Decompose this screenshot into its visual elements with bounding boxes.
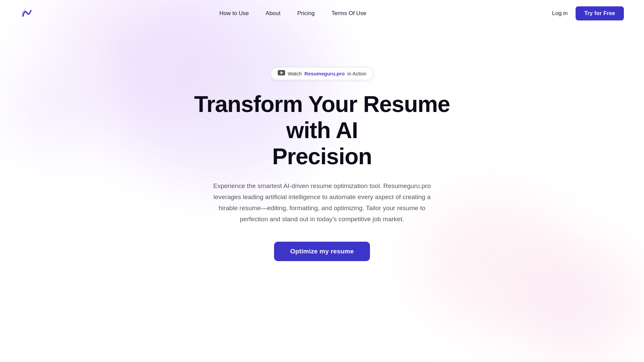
bg-blob-4 — [510, 245, 644, 362]
logo-icon[interactable] — [20, 7, 34, 20]
navbar-links: How to Use About Pricing Terms Of Use — [219, 10, 366, 17]
navbar: How to Use About Pricing Terms Of Use Lo… — [0, 0, 644, 27]
hero-section: Watch Resumeguru.pro in Action Transform… — [0, 67, 644, 261]
hero-subtitle: Experience the smartest AI-driven resume… — [208, 180, 436, 225]
login-link[interactable]: Log in — [552, 10, 568, 17]
nav-terms[interactable]: Terms Of Use — [331, 10, 366, 17]
watch-badge[interactable]: Watch Resumeguru.pro in Action — [271, 67, 374, 80]
hero-title-line1: Transform Your Resume with AI — [194, 91, 450, 143]
try-free-button[interactable]: Try for Free — [576, 6, 624, 20]
hero-title-line2: Precision — [272, 143, 372, 169]
brand-link[interactable]: Resumeguru.pro — [305, 71, 345, 76]
nav-how-to-use[interactable]: How to Use — [219, 10, 249, 17]
navbar-logo-area — [20, 7, 34, 20]
nav-about[interactable]: About — [266, 10, 280, 17]
nav-pricing[interactable]: Pricing — [297, 10, 315, 17]
watch-suffix: in Action — [347, 71, 367, 76]
youtube-icon — [278, 70, 285, 77]
watch-prefix: Watch — [288, 71, 302, 76]
optimize-resume-button[interactable]: Optimize my resume — [274, 242, 370, 261]
hero-title: Transform Your Resume with AI Precision — [171, 91, 473, 170]
navbar-actions: Log in Try for Free — [552, 6, 624, 20]
